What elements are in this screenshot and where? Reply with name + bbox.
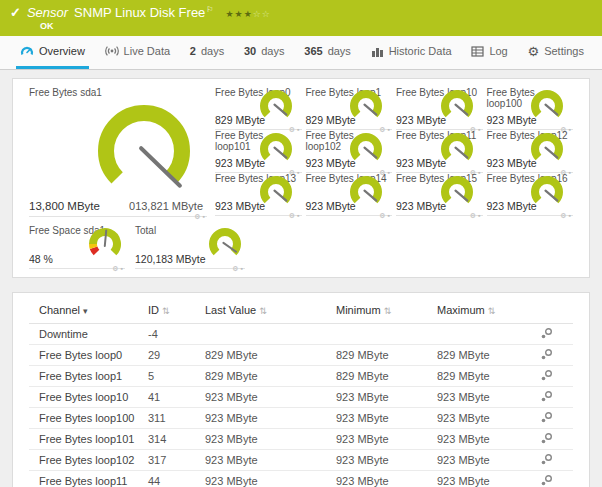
tab-2-days[interactable]: 2 days: [186, 36, 228, 69]
gauge-tile-value: 923 MByte: [215, 157, 265, 169]
gauge-tile-value: 923 MByte: [306, 157, 356, 169]
tile-gear-icon[interactable]: ⚙: [194, 213, 202, 220]
gauge-tile-loop100: Free Bytes loop100 923 MByte ⚙▪: [487, 87, 574, 130]
tile-pin-icon[interactable]: ▪: [478, 212, 482, 219]
tab-365-days[interactable]: 365 days: [300, 36, 355, 69]
channels-card: Channel▾ ID⇅ Last Value⇅ Minimum⇅ Maximu…: [12, 292, 590, 487]
column-header-last-value[interactable]: Last Value⇅: [201, 297, 332, 323]
cell-last-value: 923 MByte: [201, 428, 332, 449]
gauge-tile-loop15: Free Bytes loop15 923 MByte ⚙▪: [396, 173, 483, 216]
tile-footer-icons: ⚙▪: [470, 212, 483, 220]
gauge-icon: [20, 45, 34, 57]
overview-content: Free Bytes sda1 13,800 MByte 0 13,821 MB…: [0, 70, 602, 487]
cell-minimum: 829 MByte: [332, 365, 433, 386]
channel-settings-icon[interactable]: [540, 474, 553, 487]
tile-gear-icon[interactable]: ⚙: [112, 265, 120, 272]
bar-chart-icon: [371, 46, 384, 57]
flag-icon[interactable]: ⚐: [206, 5, 213, 14]
column-header-minimum[interactable]: Minimum⇅: [332, 297, 433, 323]
tab-label: Overview: [39, 45, 85, 57]
status-badge: OK: [40, 21, 592, 31]
tab-overview[interactable]: Overview: [16, 36, 89, 69]
tile-pin-icon[interactable]: ▪: [569, 212, 573, 219]
tile-pin-icon[interactable]: ▪: [121, 265, 125, 272]
cell-maximum: 923 MByte: [433, 449, 536, 470]
tab-settings[interactable]: ⚙ Settings: [524, 36, 588, 69]
channel-settings-icon[interactable]: [540, 411, 553, 424]
gauge-tile-value: 923 MByte: [487, 200, 537, 212]
tile-pin-icon[interactable]: ▪: [297, 212, 301, 219]
column-header-channel[interactable]: Channel▾: [29, 297, 144, 323]
channel-settings-icon[interactable]: [540, 453, 553, 466]
tab-30-days[interactable]: 30 days: [240, 36, 289, 69]
tile-gear-icon[interactable]: ⚙: [560, 212, 568, 219]
primary-gauge-scale: 13,800 MByte 0 13,821 MByte: [29, 198, 207, 212]
cell-id: 311: [144, 407, 201, 428]
gauge-tile-value: 923 MByte: [396, 200, 446, 212]
table-row-loop1: Free Bytes loop1 5 829 MByte 829 MByte 8…: [29, 365, 573, 386]
tile-pin-icon[interactable]: ▪: [241, 265, 245, 272]
cell-maximum: 923 MByte: [433, 407, 536, 428]
gauges-card: Free Bytes sda1 13,800 MByte 0 13,821 MB…: [12, 78, 590, 278]
tab-log[interactable]: Log: [467, 36, 511, 69]
tile-gear-icon[interactable]: ⚙: [379, 212, 387, 219]
cell-minimum: 923 MByte: [332, 386, 433, 407]
gauge-tile-loop12: Free Bytes loop12 923 MByte ⚙▪: [487, 130, 574, 173]
stars-empty-icon[interactable]: ☆☆: [253, 9, 271, 19]
gauge-tile-value: 120,183 MByte: [135, 253, 206, 265]
cell-id: -4: [144, 323, 201, 344]
gauge-tile-loop11: Free Bytes loop11 923 MByte ⚙▪: [396, 130, 483, 173]
priority-stars[interactable]: ★★★☆☆: [226, 9, 271, 19]
gauge-tile-value: 923 MByte: [396, 157, 446, 169]
tile-footer-icons: ⚙▪: [112, 265, 125, 273]
tab-historic-data[interactable]: Historic Data: [367, 36, 456, 69]
channel-settings-icon[interactable]: [540, 432, 553, 445]
tab-live-data[interactable]: Live Data: [101, 36, 174, 69]
channel-settings-icon[interactable]: [540, 327, 553, 340]
cell-maximum: 923 MByte: [433, 386, 536, 407]
tile-gear-icon[interactable]: ⚙: [232, 265, 240, 272]
table-row-loop100: Free Bytes loop100 311 923 MByte 923 MBy…: [29, 407, 573, 428]
tab-bar: Overview Live Data 2 days 30 days 365 da…: [0, 36, 602, 70]
tile-pin-icon[interactable]: ▪: [203, 213, 207, 220]
tab-label: Live Data: [124, 45, 170, 57]
tile-pin-icon[interactable]: ▪: [388, 212, 392, 219]
gauge-tile-loop1: Free Bytes loop1 829 MByte ⚙▪: [306, 87, 393, 130]
gauge-tile-value: 923 MByte: [487, 114, 537, 126]
gauge-tile-loop0: Free Bytes loop0 829 MByte ⚙▪: [215, 87, 302, 130]
tile-gear-icon[interactable]: ⚙: [289, 212, 297, 219]
sort-icon: ⇅: [162, 306, 170, 316]
sort-icon: ⇅: [488, 306, 496, 316]
channel-settings-icon[interactable]: [540, 390, 553, 403]
stars-filled-icon[interactable]: ★★★: [226, 9, 253, 19]
cell-last-value: 829 MByte: [201, 365, 332, 386]
tile-footer-icons: ⚙▪: [194, 213, 207, 221]
tile-footer-icons: ⚙▪: [560, 212, 573, 220]
cell-channel: Free Bytes loop10: [29, 386, 144, 407]
tile-gear-icon[interactable]: ⚙: [470, 212, 478, 219]
channel-settings-icon[interactable]: [540, 348, 553, 361]
gear-icon: ⚙: [528, 45, 540, 58]
free-space-gauge-chart: [87, 226, 123, 262]
channel-settings-icon[interactable]: [540, 369, 553, 382]
cell-id: 41: [144, 386, 201, 407]
log-table-icon: [471, 46, 484, 57]
column-header-id[interactable]: ID⇅: [144, 297, 201, 323]
cell-minimum: 923 MByte: [332, 407, 433, 428]
object-kind-label: Sensor: [27, 5, 68, 20]
tab-number: 365: [304, 45, 322, 57]
table-row-loop0: Free Bytes loop0 29 829 MByte 829 MByte …: [29, 344, 573, 365]
gauge-tile-loop102: Free Bytes loop102 923 MByte ⚙▪: [306, 130, 393, 173]
tab-label: days: [328, 45, 351, 57]
cell-minimum: 923 MByte: [332, 449, 433, 470]
table-row-downtime: Downtime -4: [29, 323, 573, 344]
column-header-maximum[interactable]: Maximum⇅: [433, 297, 536, 323]
tab-label: days: [261, 45, 284, 57]
cell-maximum: 923 MByte: [433, 470, 536, 487]
tile-footer-icons: ⚙▪: [379, 212, 392, 220]
sensor-status-bar: ✓ Sensor SNMP Linux Disk Free⚐ ★★★☆☆ OK: [0, 0, 602, 36]
gauge-scale-max: 13,821 MByte: [135, 200, 203, 212]
gauge-tile-value: 923 MByte: [396, 114, 446, 126]
tab-label: days: [201, 45, 224, 57]
gauge-tile-free-space: Free Space sda1 48 % ⚙▪: [29, 225, 125, 269]
